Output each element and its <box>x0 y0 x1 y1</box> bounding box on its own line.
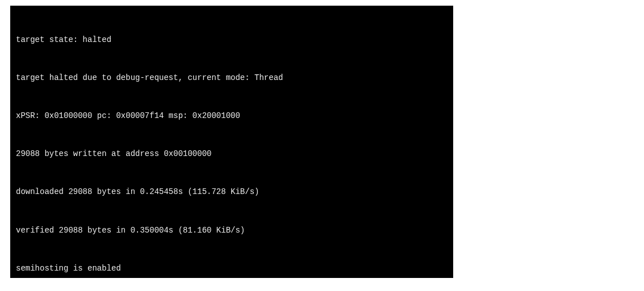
log-line: xPSR: 0x01000000 pc: 0x00007f14 msp: 0x2… <box>16 109 449 122</box>
log-line: downloaded 29088 bytes in 0.245458s (115… <box>16 185 449 198</box>
log-line: semihosting is enabled <box>16 262 449 275</box>
log-line: target halted due to debug-request, curr… <box>16 71 449 84</box>
log-line: verified 29088 bytes in 0.350004s (81.16… <box>16 224 449 237</box>
log-line: target state: halted <box>16 33 449 46</box>
log-line: 29088 bytes written at address 0x0010000… <box>16 147 449 160</box>
terminal-output: target state: halted target halted due t… <box>10 6 453 278</box>
